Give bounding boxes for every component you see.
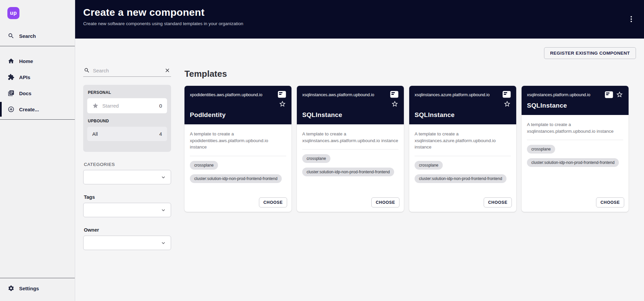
filter-item-starred[interactable]: Starred 0 <box>87 98 167 113</box>
template-card-footer: CHOOSE <box>297 197 404 212</box>
gear-icon <box>8 285 14 292</box>
favorite-star-button[interactable] <box>616 91 623 98</box>
tags-select[interactable] <box>83 203 171 217</box>
choose-button[interactable]: CHOOSE <box>484 197 512 207</box>
template-card-footer: CHOOSE <box>522 197 629 212</box>
tag-chip: crossplane <box>527 145 555 154</box>
template-type-icon <box>390 91 398 98</box>
template-card: xpodidentities.aws.platform.upbound.io P… <box>184 86 291 212</box>
owner-select[interactable] <box>83 236 171 250</box>
sidebar-item-label: Create... <box>19 107 39 112</box>
template-entity-name: xsqlinstances.azure.platform.upbound.io <box>415 91 490 98</box>
template-description: A template to create a xsqlinstances.pla… <box>527 121 623 134</box>
template-entity-name: xsqlinstances.platform.upbound.io <box>527 91 590 98</box>
filter-item-all[interactable]: All 4 <box>87 127 167 141</box>
choose-button[interactable]: CHOOSE <box>596 197 624 207</box>
template-type-icon <box>502 91 511 98</box>
template-search-field <box>83 67 171 77</box>
sidebar-spacer <box>0 122 75 276</box>
tag-chip: cluster:solution-idp-non-prod-frontend-f… <box>302 168 394 176</box>
sidebar-item-label: Settings <box>19 286 39 291</box>
template-title: SQLInstance <box>527 102 623 109</box>
tag-chip: crossplane <box>190 161 218 170</box>
filter-panel: PERSONAL Starred 0 UPBOUND All 4 CATEGOR… <box>83 67 171 250</box>
template-card-header: xsqlinstances.platform.upbound.io SQLIns… <box>522 86 629 115</box>
sidebar-item-label: APIs <box>19 74 30 80</box>
template-description: A template to create a xsqlinstances.azu… <box>415 131 511 150</box>
template-title: SQLInstance <box>302 111 398 119</box>
sidebar-item-label: Home <box>19 58 33 64</box>
favorite-star-button[interactable] <box>279 100 286 108</box>
page-content: REGISTER EXISTING COMPONENT PERSONAL S <box>75 39 644 301</box>
template-type-icon <box>278 91 286 98</box>
sidebar-divider <box>0 119 75 120</box>
template-card-header: xsqlinstances.azure.platform.upbound.io … <box>409 86 516 124</box>
sidebar-item-home[interactable]: Home <box>0 53 75 69</box>
search-icon <box>84 67 90 73</box>
docs-icon <box>8 90 14 97</box>
template-card-body: A template to create a xsqlinstances.azu… <box>409 124 516 197</box>
tag-chip: crossplane <box>415 161 443 170</box>
sidebar-item-create[interactable]: Create... <box>0 101 75 117</box>
template-entity-name: xpodidentities.aws.platform.upbound.io <box>190 91 262 98</box>
tag-chip: cluster:solution-idp-non-prod-frontend-f… <box>415 174 506 183</box>
sidebar-divider <box>0 278 75 278</box>
template-card-body: A template to create a xpodidentities.aw… <box>184 124 291 197</box>
chevron-down-icon <box>161 175 166 180</box>
template-entity-name: xsqlinstances.aws.platform.upbound.io <box>302 91 374 98</box>
clear-icon[interactable] <box>164 67 170 73</box>
template-card: xsqlinstances.azure.platform.upbound.io … <box>409 86 516 212</box>
sidebar-item-label: Search <box>19 33 36 39</box>
register-existing-component-button[interactable]: REGISTER EXISTING COMPONENT <box>544 47 636 59</box>
page-title: Create a new component <box>83 7 633 18</box>
template-card-header: xpodidentities.aws.platform.upbound.io P… <box>184 86 291 124</box>
tag-chip: cluster:solution-idp-non-prod-frontend-f… <box>527 158 619 167</box>
template-card: xsqlinstances.platform.upbound.io SQLIns… <box>522 86 629 212</box>
templates-section: Templates xpodidentities.aws.platform.up… <box>184 67 636 250</box>
tag-chip: cluster:solution-idp-non-prod-frontend-f… <box>190 174 282 183</box>
kebab-menu-icon[interactable] <box>627 14 635 24</box>
choose-button[interactable]: CHOOSE <box>259 197 287 207</box>
add-circle-icon <box>8 106 14 113</box>
sidebar-item-docs[interactable]: Docs <box>0 85 75 101</box>
home-icon <box>8 58 14 64</box>
sidebar-item-label: Docs <box>19 91 32 96</box>
filter-group-label-upbound: UPBOUND <box>88 119 167 123</box>
template-card: xsqlinstances.aws.platform.upbound.io SQ… <box>297 86 404 212</box>
template-card-header: xsqlinstances.aws.platform.upbound.io SQ… <box>297 86 404 124</box>
upbound-logo[interactable]: up <box>7 7 19 19</box>
categories-select[interactable] <box>83 170 171 184</box>
star-outline-icon <box>279 100 286 108</box>
search-icon <box>8 33 14 39</box>
sidebar-item-apis[interactable]: APIs <box>0 69 75 85</box>
sidebar-item-search[interactable]: Search <box>0 28 75 44</box>
template-description: A template to create a xsqlinstances.aws… <box>302 131 398 144</box>
sidebar-divider <box>0 46 75 46</box>
search-input[interactable] <box>93 68 161 73</box>
template-title: SQLInstance <box>415 111 511 119</box>
main-area: Create a new component Create new softwa… <box>75 0 644 301</box>
filter-item-label: All <box>92 131 98 137</box>
categories-label: CATEGORIES <box>84 162 171 167</box>
star-icon <box>92 103 99 109</box>
sidebar-nav: Home APIs Docs Create... <box>0 53 75 117</box>
template-card-footer: CHOOSE <box>184 197 291 212</box>
tags-label: Tags <box>84 194 171 200</box>
star-outline-icon <box>616 91 623 98</box>
favorite-star-button[interactable] <box>391 100 398 108</box>
favorite-star-button[interactable] <box>503 100 511 108</box>
page-subtitle: Create new software components using sta… <box>83 21 633 26</box>
chevron-down-icon <box>161 240 166 246</box>
puzzle-icon <box>8 74 14 80</box>
filter-item-label: Starred <box>102 103 119 109</box>
template-card-body: A template to create a xsqlinstances.aws… <box>297 124 404 197</box>
owner-label: Owner <box>84 227 171 233</box>
sidebar-item-settings[interactable]: Settings <box>0 280 75 296</box>
choose-button[interactable]: CHOOSE <box>371 197 399 207</box>
chevron-down-icon <box>161 207 166 213</box>
filter-item-count: 0 <box>159 103 162 109</box>
template-description: A template to create a xpodidentities.aw… <box>190 131 286 150</box>
filter-groups-box: PERSONAL Starred 0 UPBOUND All 4 <box>83 85 171 152</box>
app-root: up Search Home APIs Docs Create... <box>0 0 644 301</box>
tag-chip: crossplane <box>302 154 330 163</box>
